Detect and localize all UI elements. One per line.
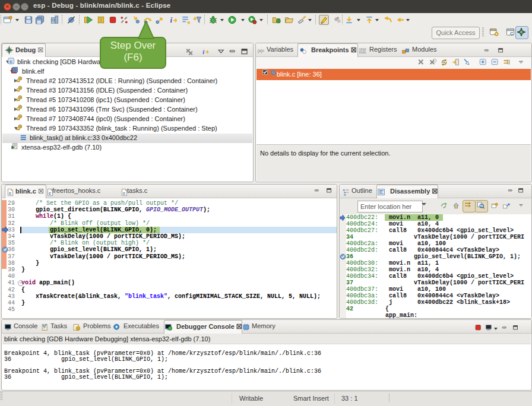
svg-text:c: c: [10, 59, 12, 64]
svg-text:C: C: [510, 31, 514, 36]
svg-text:c: c: [49, 191, 51, 196]
svg-text:0101: 0101: [359, 51, 366, 54]
svg-text:c: c: [9, 191, 11, 196]
svg-text:i: i: [202, 49, 204, 55]
svg-text:(x)=: (x)=: [258, 49, 265, 53]
svg-text:i: i: [170, 15, 172, 24]
svg-text:c: c: [123, 191, 125, 196]
